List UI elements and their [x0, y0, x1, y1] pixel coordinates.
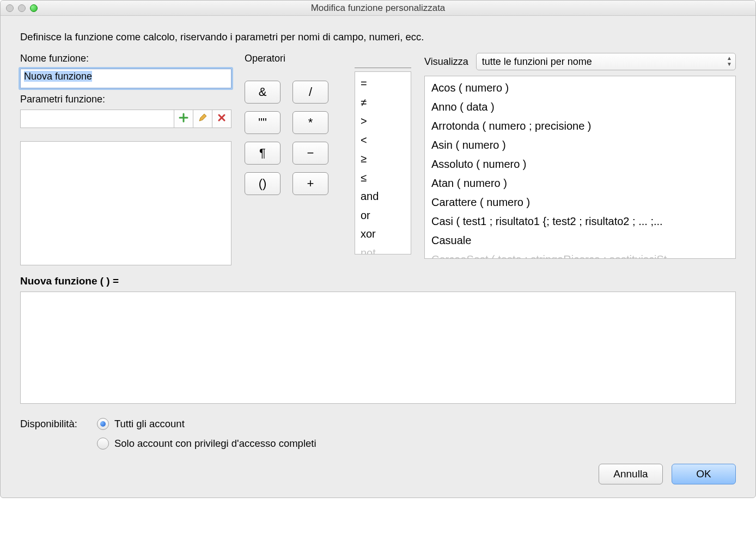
function-list-item[interactable]: Carattere ( numero ): [431, 193, 729, 212]
view-label: Visualizza: [424, 56, 468, 68]
comparison-op-item[interactable]: =: [361, 74, 405, 93]
functions-list[interactable]: Acos ( numero ) Anno ( data ) Arrotonda …: [424, 76, 736, 259]
radio-label: Solo account con privilegi d'accesso com…: [114, 438, 316, 450]
radio-label: Tutti gli account: [114, 418, 185, 430]
x-icon: [217, 113, 227, 125]
comparison-op-item[interactable]: or: [361, 206, 405, 225]
function-list-item[interactable]: Casi ( test1 ; risultato1 {; test2 ; ris…: [431, 212, 729, 231]
comparison-op-item[interactable]: ≤: [361, 168, 405, 187]
function-name-value: Nuova funzione: [24, 71, 92, 82]
comparison-op-item[interactable]: >: [361, 112, 405, 131]
function-signature-label: Nuova funzione ( ) =: [20, 275, 736, 287]
cancel-button[interactable]: Annulla: [599, 464, 663, 484]
availability-radio-group: Tutti gli account Solo account con privi…: [97, 418, 316, 450]
radio-icon: [97, 438, 109, 450]
function-list-item[interactable]: Atan ( numero ): [431, 174, 729, 193]
edit-parameter-button[interactable]: [193, 110, 212, 128]
parameter-name-input[interactable]: [20, 110, 174, 128]
radio-icon: [97, 418, 109, 430]
availability-all-accounts-radio[interactable]: Tutti gli account: [97, 418, 316, 430]
function-list-item[interactable]: Acos ( numero ): [431, 78, 729, 98]
function-parameters-label: Parametri funzione:: [20, 94, 231, 105]
operator-button-grid: & / "" * ¶ − () +: [245, 81, 342, 195]
plus-icon: [179, 113, 188, 125]
function-list-item[interactable]: Anno ( data ): [431, 98, 729, 117]
operators-label: Operatori: [245, 53, 342, 64]
window-title: Modifica funzione personalizzata: [1, 3, 755, 14]
calculation-textarea[interactable]: [20, 292, 736, 404]
comparison-op-item[interactable]: xor: [361, 225, 405, 244]
operators-underline: [355, 54, 411, 68]
operator-ampersand-button[interactable]: &: [245, 81, 281, 104]
function-list-item[interactable]: Arrotonda ( numero ; precisione ): [431, 117, 729, 136]
comparison-op-item[interactable]: ≥: [361, 149, 405, 168]
availability-label: Disponibilità:: [20, 418, 77, 430]
comparison-operators-list[interactable]: = ≠ > < ≥ ≤ and or xor not: [355, 71, 411, 254]
function-list-item[interactable]: Casuale: [431, 231, 729, 250]
chevron-up-down-icon: ▲▼: [727, 55, 732, 67]
operator-asterisk-button[interactable]: *: [292, 111, 328, 134]
view-dropdown-value: tutte le funzioni per nome: [482, 56, 592, 68]
ok-button[interactable]: OK: [672, 464, 736, 484]
comparison-op-item[interactable]: <: [361, 131, 405, 150]
operator-plus-button[interactable]: +: [292, 172, 328, 195]
operator-slash-button[interactable]: /: [292, 81, 328, 104]
function-list-item[interactable]: CercaeSost ( testo ; stringaRicerca ; so…: [431, 250, 729, 259]
dialog-window: Modifica funzione personalizzata Definis…: [0, 0, 756, 498]
operator-pilcrow-button[interactable]: ¶: [245, 142, 281, 165]
comparison-op-item[interactable]: not: [361, 244, 405, 255]
function-name-label: Nome funzione:: [20, 53, 231, 64]
dialog-description: Definisce la funzione come calcolo, rise…: [20, 31, 736, 43]
add-parameter-button[interactable]: [174, 110, 193, 128]
function-name-input[interactable]: Nuova funzione: [20, 69, 231, 88]
titlebar: Modifica funzione personalizzata: [1, 1, 755, 16]
view-functions-dropdown[interactable]: tutte le funzioni per nome ▲▼: [476, 53, 736, 70]
availability-full-access-radio[interactable]: Solo account con privilegi d'accesso com…: [97, 438, 316, 450]
delete-parameter-button[interactable]: [212, 110, 231, 128]
operator-quotes-button[interactable]: "": [245, 111, 281, 134]
function-list-item[interactable]: Assoluto ( numero ): [431, 155, 729, 174]
operator-parens-button[interactable]: (): [245, 172, 281, 195]
parameters-listbox[interactable]: [20, 141, 231, 265]
function-list-item[interactable]: Asin ( numero ): [431, 136, 729, 155]
comparison-op-item[interactable]: ≠: [361, 93, 405, 112]
comparison-op-item[interactable]: and: [361, 187, 405, 206]
operator-minus-button[interactable]: −: [292, 142, 328, 165]
pencil-icon: [198, 113, 208, 125]
